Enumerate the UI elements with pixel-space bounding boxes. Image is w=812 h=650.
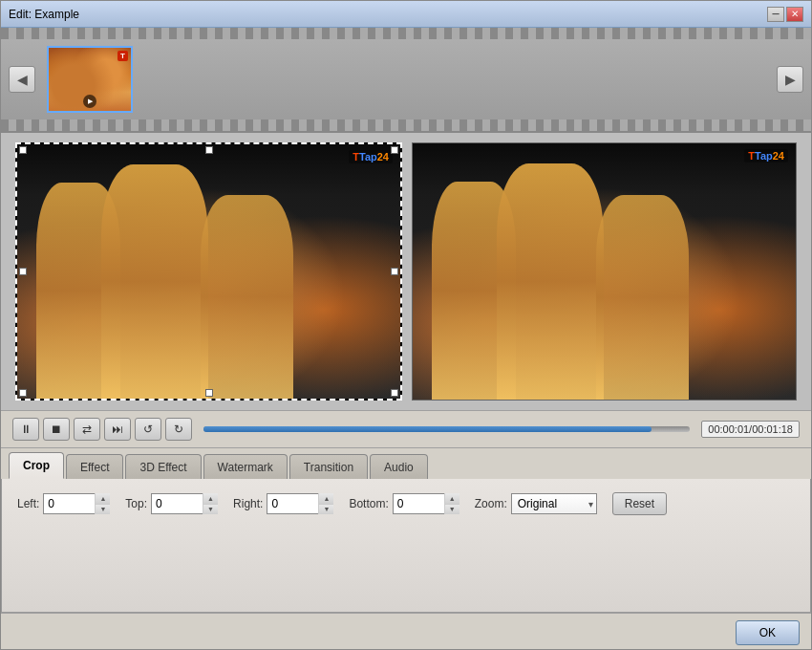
bottom-label: Bottom:	[349, 497, 388, 510]
crop-handle-bm[interactable]	[205, 389, 213, 397]
crop-handle-br[interactable]	[391, 389, 398, 397]
zoom-label: Zoom:	[475, 497, 507, 510]
player2-right	[497, 163, 604, 400]
tab-audio[interactable]: Audio	[370, 454, 428, 479]
crop-handle-bl[interactable]	[19, 389, 27, 397]
left-video-frame	[17, 144, 400, 399]
left-field-group: Left: ▲ ▼	[17, 493, 110, 514]
top-spin-up[interactable]: ▲	[203, 493, 218, 505]
top-field-group: Top: ▲ ▼	[125, 493, 218, 514]
tab-bar: Crop Effect 3D Effect Watermark Transiti…	[1, 448, 811, 479]
crop-handle-mr[interactable]	[391, 268, 398, 275]
crop-controls: Left: ▲ ▼ Top: ▲ ▼ Right:	[17, 492, 795, 515]
left-preview-logo: TTap24	[349, 150, 393, 163]
pause-button[interactable]: ⏸	[12, 418, 39, 441]
right-spinner: ▲ ▼	[318, 493, 333, 514]
tab-3d-effect[interactable]: 3D Effect	[125, 454, 201, 479]
crop-handle-ml[interactable]	[19, 268, 27, 275]
frame-step-button[interactable]: ⏭	[104, 418, 131, 441]
frame-step-icon: ⏭	[112, 422, 123, 436]
tab-effect[interactable]: Effect	[66, 454, 123, 479]
tab-watermark[interactable]: Watermark	[203, 454, 288, 479]
rewind-button[interactable]: ↺	[135, 418, 161, 441]
filmstrip-nav-right[interactable]: ▶	[777, 66, 803, 93]
ok-button[interactable]: OK	[736, 620, 800, 645]
preview-right: TTap24	[412, 142, 797, 401]
top-label: Top:	[125, 497, 147, 510]
top-spin-down[interactable]: ▼	[203, 505, 218, 515]
right-preview-logo: TTap24	[744, 149, 788, 162]
bottom-bar: OK	[1, 613, 811, 650]
right-video-frame	[413, 143, 796, 400]
zoom-select[interactable]: Original Full Screen Keep Ratio	[511, 493, 597, 514]
player2	[101, 164, 208, 399]
stop-button[interactable]: ⏹	[43, 418, 70, 441]
left-spin-up[interactable]: ▲	[96, 493, 110, 505]
close-button[interactable]: ✕	[786, 7, 803, 22]
zoom-select-wrap: Original Full Screen Keep Ratio	[511, 493, 597, 514]
filmstrip-area: ◀ T ▶ ▶	[1, 28, 811, 133]
clip-logo: T	[118, 51, 128, 61]
filmstrip-clip[interactable]: T ▶	[47, 46, 133, 113]
rewind-icon: ↺	[143, 422, 153, 436]
bottom-input-wrap: ▲ ▼	[393, 493, 459, 514]
progress-fill	[203, 426, 652, 432]
bottom-spin-down[interactable]: ▼	[445, 505, 459, 515]
top-spinner: ▲ ▼	[203, 493, 218, 514]
crop-handle-tl[interactable]	[19, 146, 27, 154]
crop-handle-tr[interactable]	[391, 146, 398, 154]
progress-bar[interactable]	[203, 426, 690, 432]
clip-play-icon: ▶	[83, 95, 96, 108]
left-spin-down[interactable]: ▼	[96, 505, 110, 515]
crop-handle-tm[interactable]	[205, 146, 213, 154]
bottom-field-group: Bottom: ▲ ▼	[349, 493, 459, 514]
bottom-spin-up[interactable]: ▲	[445, 493, 459, 505]
right-label: Right:	[233, 497, 263, 510]
right-field-group: Right: ▲ ▼	[233, 493, 333, 514]
swap-button[interactable]: ⇄	[74, 418, 100, 441]
tab-crop[interactable]: Crop	[9, 452, 64, 479]
player3	[201, 195, 292, 399]
filmstrip-nav-left[interactable]: ◀	[9, 66, 35, 93]
zoom-field-group: Zoom: Original Full Screen Keep Ratio	[475, 493, 597, 514]
controls-bar: ⏸ ⏹ ⇄ ⏭ ↺ ↻ 00:00:01/00:01:18	[1, 410, 811, 448]
right-spin-down[interactable]: ▼	[319, 505, 333, 515]
forward-button[interactable]: ↻	[165, 418, 192, 441]
right-input-wrap: ▲ ▼	[267, 493, 333, 514]
left-input-wrap: ▲ ▼	[43, 493, 110, 514]
window-controls: ─ ✕	[767, 7, 803, 22]
title-bar: Edit: Example ─ ✕	[1, 1, 811, 28]
top-input-wrap: ▲ ▼	[151, 493, 218, 514]
preview-left: TTap24	[15, 142, 402, 401]
preview-area: TTap24 TTap24	[1, 133, 811, 410]
player3-right	[596, 195, 688, 400]
right-spin-up[interactable]: ▲	[319, 493, 333, 505]
left-label: Left:	[17, 497, 39, 510]
reset-button[interactable]: Reset	[612, 492, 667, 515]
tab-content: Left: ▲ ▼ Top: ▲ ▼ Right:	[1, 479, 811, 613]
bottom-spinner: ▲ ▼	[444, 493, 459, 514]
window-title: Edit: Example	[9, 8, 79, 21]
time-display: 00:00:01/00:01:18	[701, 421, 800, 438]
minimize-button[interactable]: ─	[767, 7, 784, 22]
forward-icon: ↻	[174, 422, 183, 436]
left-spinner: ▲ ▼	[95, 493, 110, 514]
tab-transition[interactable]: Transition	[289, 454, 368, 479]
swap-icon: ⇄	[82, 422, 92, 436]
